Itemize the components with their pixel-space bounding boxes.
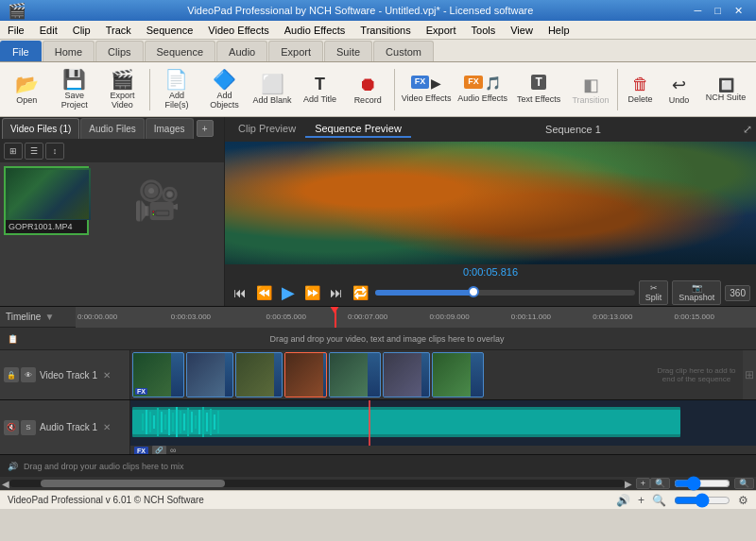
add-media-tab-button[interactable]: + (197, 120, 214, 137)
skip-to-start-button[interactable]: ⏮ (231, 285, 249, 300)
delete-button[interactable]: 🗑 Delete (622, 65, 659, 114)
menu-clip[interactable]: Clip (65, 21, 98, 40)
expand-preview-button[interactable]: ⤢ (743, 123, 752, 136)
sort-button[interactable]: ↕ (45, 143, 64, 160)
save-project-button[interactable]: 💾 Save Project (52, 65, 98, 114)
video-track-lock-button[interactable]: 🔒 (4, 367, 19, 382)
svg-rect-16 (191, 412, 193, 432)
video-clip-6[interactable] (383, 352, 430, 397)
video-clip-4[interactable] (284, 352, 327, 397)
sequence-preview-tab[interactable]: Sequence Preview (305, 121, 411, 138)
media-tab-audio[interactable]: Audio Files (80, 118, 144, 139)
menu-edit[interactable]: Edit (32, 21, 65, 40)
menu-tools[interactable]: Tools (464, 21, 504, 40)
360-button[interactable]: 360 (725, 285, 750, 301)
grid-view-button[interactable]: ⊞ (4, 143, 23, 160)
zoom-slider[interactable] (674, 476, 730, 491)
menu-view[interactable]: View (503, 21, 541, 40)
text-effects-button[interactable]: T Text Effects (511, 65, 566, 114)
tab-home[interactable]: Home (43, 41, 94, 61)
next-frame-button[interactable]: ⏩ (301, 285, 323, 300)
snapshot-button[interactable]: 📷 Snapshot (672, 280, 721, 305)
menu-track[interactable]: Track (98, 21, 139, 40)
timeline-ruler[interactable]: 0:00:00.000 0:00:03.000 0:00:05.000 0:00… (76, 307, 756, 328)
clip-preview-tab[interactable]: Clip Preview (229, 121, 305, 138)
audio-track-mute-button[interactable]: 🔇 (4, 420, 19, 435)
video-effects-button[interactable]: FX ▶ Video Effects (399, 65, 454, 114)
nch-suite-button[interactable]: 🔲 NCH Suite (699, 65, 752, 114)
horizontal-scrollbar[interactable]: ◀ ▶ + 🔍 🔍 (0, 477, 756, 490)
progress-thumb[interactable] (468, 286, 479, 297)
settings-button[interactable]: ⚙ (738, 494, 748, 507)
zoom-in-timeline-button[interactable]: + (636, 478, 650, 489)
preview-progress-bar[interactable] (375, 290, 635, 296)
menu-export[interactable]: Export (419, 21, 464, 40)
menu-file[interactable]: File (0, 21, 32, 40)
close-button[interactable]: ✕ (729, 2, 748, 19)
video-clips-container: FX (130, 350, 486, 399)
video-track-close-button[interactable]: ✕ (103, 370, 111, 380)
record-button[interactable]: ⏺ Record (345, 65, 391, 114)
undo-button[interactable]: ↩ Undo (661, 65, 697, 114)
nch-icon: 🔲 (718, 77, 734, 93)
audio-effects-button[interactable]: FX 🎵 Audio Effects (455, 65, 510, 114)
loop-button[interactable]: 🔁 (350, 285, 371, 300)
export-video-button[interactable]: 🎬 Export Video (99, 65, 146, 114)
list-view-button[interactable]: ☰ (25, 143, 43, 160)
play-button[interactable]: ▶ (279, 282, 298, 303)
menu-transitions[interactable]: Transitions (352, 21, 418, 40)
tab-audio[interactable]: Audio (216, 41, 267, 61)
add-files-label: Add File(s) (157, 91, 198, 110)
audio-track-close-button[interactable]: ✕ (103, 422, 111, 432)
media-tab-video[interactable]: Video Files (1) (2, 118, 79, 139)
ruler-time-9: 0:00:09.000 (429, 313, 469, 321)
zoom-fit-button[interactable]: 🔍 (650, 478, 670, 489)
volume-slider[interactable] (674, 493, 730, 508)
tab-file[interactable]: File (0, 41, 42, 61)
media-file-gopr[interactable]: GOPR1001.MP4 (4, 166, 89, 235)
zoom-out-timeline-button[interactable]: 🔍 (734, 478, 754, 489)
split-button[interactable]: ✂ Split (639, 280, 669, 305)
video-clip-3[interactable] (235, 352, 283, 397)
tab-custom[interactable]: Custom (373, 41, 434, 61)
scroll-track[interactable] (9, 480, 625, 487)
video-track-vis-button[interactable]: 👁 (21, 367, 36, 382)
add-files-button[interactable]: 📄 Add File(s) (154, 65, 200, 114)
status-bar: VideoPad Professional v 6.01 © NCH Softw… (0, 490, 756, 509)
audio-fx-button[interactable]: FX (134, 447, 148, 455)
menu-video-effects[interactable]: Video Effects (200, 21, 276, 40)
audio-track-solo-button[interactable]: S (21, 420, 36, 435)
add-title-button[interactable]: T Add Title (297, 65, 343, 114)
menu-audio-effects[interactable]: Audio Effects (277, 21, 353, 40)
open-button[interactable]: 📂 Open (4, 65, 50, 114)
tab-suite[interactable]: Suite (324, 41, 372, 61)
track-resize-handle[interactable]: ⊞ (743, 350, 756, 399)
prev-frame-button[interactable]: ⏪ (253, 285, 275, 300)
tab-sequence[interactable]: Sequence (145, 41, 216, 61)
menu-sequence[interactable]: Sequence (139, 21, 201, 40)
menu-help[interactable]: Help (541, 21, 577, 40)
tab-export[interactable]: Export (268, 41, 323, 61)
video-clip-5[interactable] (329, 352, 381, 397)
video-clip-7[interactable] (432, 352, 484, 397)
audio-link-button[interactable]: 🔗 (152, 446, 166, 454)
zoom-search-button[interactable]: 🔍 (652, 494, 666, 507)
media-tab-images[interactable]: Images (146, 118, 194, 139)
video-clip-1[interactable]: FX (132, 352, 184, 397)
maximize-button[interactable]: □ (709, 2, 727, 19)
tab-clips[interactable]: Clips (95, 41, 143, 61)
minimize-button[interactable]: ─ (689, 2, 708, 19)
playhead-marker (330, 307, 339, 313)
scroll-left-button[interactable]: ◀ (2, 479, 9, 489)
speaker-button[interactable]: 🔊 (616, 494, 630, 507)
skip-to-end-button[interactable]: ⏭ (327, 285, 346, 300)
timeline-header: Timeline ▼ 0:00:00.000 0:00:03.000 0:00:… (0, 307, 756, 328)
video-clip-2[interactable] (186, 352, 233, 397)
transition-button[interactable]: ◧ Transition (568, 65, 613, 114)
timeline-dropdown-icon[interactable]: ▼ (44, 312, 54, 322)
zoom-in-button[interactable]: + (638, 494, 644, 507)
add-objects-button[interactable]: 🔷 Add Objects (201, 65, 248, 114)
scroll-thumb[interactable] (41, 480, 225, 487)
add-blank-button[interactable]: ⬜ Add Blank (249, 65, 296, 114)
scroll-right-button[interactable]: ▶ (625, 479, 632, 489)
